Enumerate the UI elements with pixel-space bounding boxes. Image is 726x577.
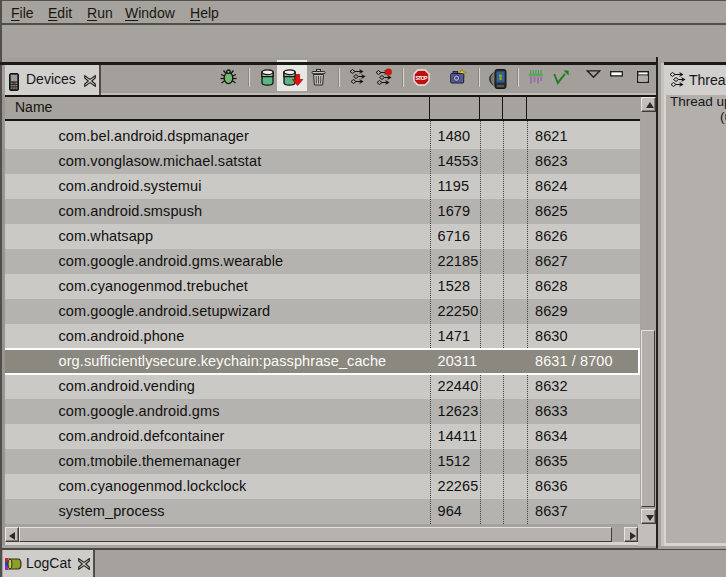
svg-text:STOP: STOP [416,75,429,81]
